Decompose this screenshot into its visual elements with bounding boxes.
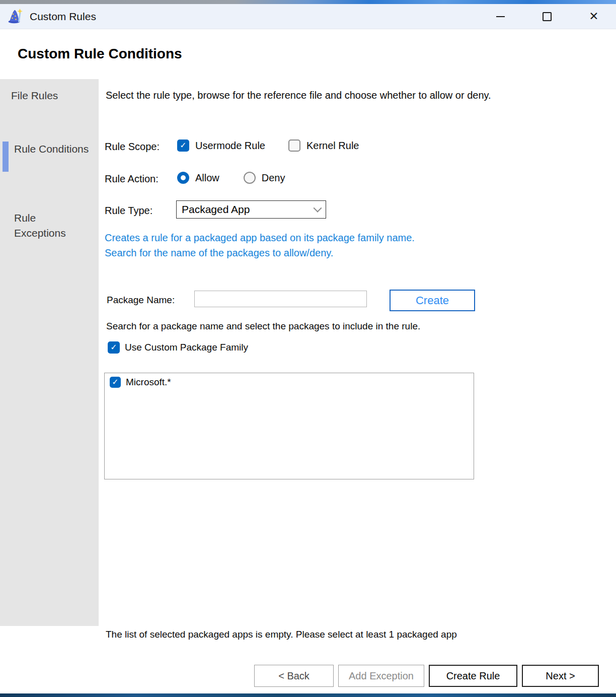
rule-type-select[interactable]: Packaged App bbox=[176, 200, 326, 219]
allow-label[interactable]: Allow bbox=[195, 172, 219, 184]
maximize-icon bbox=[543, 12, 552, 21]
page-title: Custom Rule Conditions bbox=[18, 46, 182, 62]
check-icon: ✓ bbox=[110, 343, 117, 352]
sidebar: File Rules Rule Conditions Rule Exceptio… bbox=[0, 79, 99, 626]
rule-type-description-line2: Search for the name of the packages to a… bbox=[105, 245, 415, 260]
kernel-rule-checkbox[interactable] bbox=[288, 140, 300, 152]
deny-radio[interactable] bbox=[244, 172, 256, 184]
window-top-border bbox=[0, 0, 616, 4]
check-icon: ✓ bbox=[112, 378, 118, 386]
next-button[interactable]: Next > bbox=[522, 665, 599, 687]
package-listbox[interactable]: ✓ Microsoft.* bbox=[104, 373, 474, 479]
package-name-input[interactable] bbox=[194, 291, 367, 307]
sidebar-item-rule-exceptions[interactable]: Rule Exceptions bbox=[14, 211, 90, 241]
sidebar-item-rule-conditions[interactable]: Rule Conditions bbox=[14, 142, 90, 157]
rule-scope-options: ✓ Usermode Rule Kernel Rule bbox=[177, 140, 359, 152]
window-bottom-border bbox=[0, 693, 616, 697]
usermode-rule-checkbox[interactable]: ✓ bbox=[177, 140, 189, 152]
kernel-rule-label[interactable]: Kernel Rule bbox=[306, 140, 359, 152]
maximize-button[interactable] bbox=[531, 4, 563, 29]
sidebar-item-file-rules[interactable]: File Rules bbox=[11, 88, 87, 103]
usermode-rule-label[interactable]: Usermode Rule bbox=[195, 140, 265, 152]
close-button[interactable]: ✕ bbox=[578, 4, 609, 29]
rule-scope-label: Rule Scope: bbox=[105, 141, 160, 153]
back-button[interactable]: < Back bbox=[254, 665, 334, 687]
rule-type-description: Creates a rule for a packaged app based … bbox=[105, 230, 415, 260]
minimize-icon bbox=[496, 16, 505, 17]
window-controls: ✕ bbox=[485, 4, 609, 29]
search-hint-text: Search for a package name and select the… bbox=[106, 321, 420, 332]
package-item-label: Microsoft.* bbox=[126, 377, 171, 388]
create-rule-button[interactable]: Create Rule bbox=[429, 665, 517, 687]
validation-message: The list of selected packaged apps is em… bbox=[106, 629, 457, 640]
wizard-hat-icon bbox=[7, 8, 24, 25]
package-item-checkbox[interactable]: ✓ bbox=[110, 377, 121, 388]
rule-type-description-line1: Creates a rule for a packaged app based … bbox=[105, 230, 415, 245]
rule-action-label: Rule Action: bbox=[105, 173, 159, 185]
allow-radio[interactable] bbox=[177, 172, 189, 184]
active-step-indicator bbox=[3, 142, 9, 172]
add-exception-button[interactable]: Add Exception bbox=[338, 665, 424, 687]
package-name-label: Package Name: bbox=[107, 295, 175, 306]
use-custom-package-family: ✓ Use Custom Package Family bbox=[108, 341, 248, 354]
intro-text: Select the rule type, browse for the ref… bbox=[106, 88, 538, 103]
rule-type-label: Rule Type: bbox=[105, 205, 152, 217]
list-item[interactable]: ✓ Microsoft.* bbox=[105, 373, 474, 388]
create-button[interactable]: Create bbox=[390, 290, 475, 311]
chevron-down-icon bbox=[314, 204, 322, 213]
close-icon: ✕ bbox=[589, 11, 598, 22]
minimize-button[interactable] bbox=[485, 4, 516, 29]
window-title: Custom Rules bbox=[30, 11, 96, 23]
rule-type-value: Packaged App bbox=[182, 203, 250, 216]
deny-label[interactable]: Deny bbox=[262, 172, 285, 184]
check-icon: ✓ bbox=[180, 142, 186, 150]
custom-package-family-checkbox[interactable]: ✓ bbox=[108, 341, 120, 354]
custom-package-family-label[interactable]: Use Custom Package Family bbox=[125, 342, 248, 353]
rule-action-options: Allow Deny bbox=[177, 172, 285, 184]
titlebar: Custom Rules ✕ bbox=[0, 4, 616, 29]
